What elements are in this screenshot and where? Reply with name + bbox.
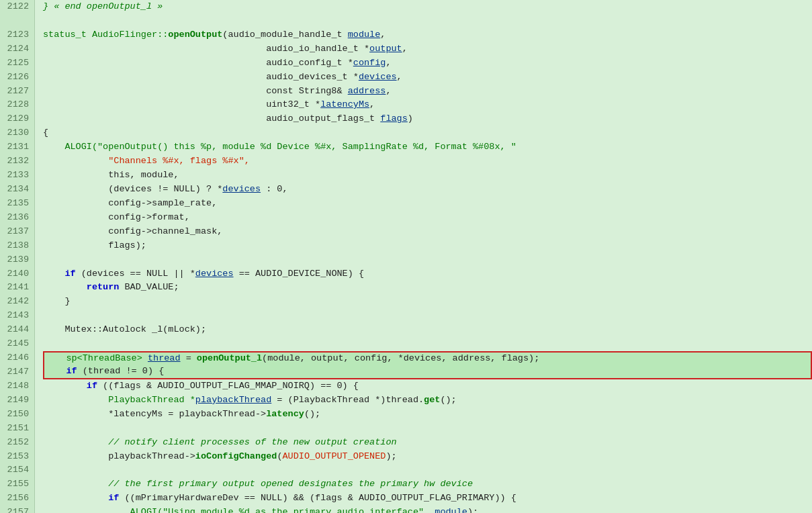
code-token: if bbox=[108, 492, 119, 506]
line-number: 2149 bbox=[5, 393, 29, 408]
code-token: , bbox=[369, 98, 375, 112]
code-line: (devices != NULL) ? *devices : 0, bbox=[43, 183, 812, 197]
line-number: 2152 bbox=[5, 436, 29, 450]
code-token: openOutput_l bbox=[197, 352, 262, 366]
code-token: , bbox=[402, 42, 408, 56]
line-number: 2143 bbox=[5, 309, 29, 323]
code-line bbox=[43, 253, 812, 267]
code-token: config->format, bbox=[43, 211, 190, 225]
code-token: module bbox=[435, 506, 467, 513]
code-line: ALOGI("openOutput() this %p, module %d D… bbox=[43, 140, 812, 154]
code-token: flags bbox=[380, 112, 408, 126]
code-line: } bbox=[43, 295, 812, 309]
code-token: audio_output_flags_t bbox=[43, 112, 380, 126]
code-token: config bbox=[353, 56, 386, 71]
code-line: flags); bbox=[43, 239, 812, 253]
code-token: sp<ThreadBase> bbox=[44, 352, 148, 366]
code-line: sp<ThreadBase> thread = openOutput_l(mod… bbox=[43, 351, 812, 365]
line-number: 2124 bbox=[5, 42, 29, 56]
line-number: 2150 bbox=[5, 408, 29, 422]
code-token: , bbox=[386, 56, 391, 71]
code-token bbox=[44, 365, 66, 379]
code-token: BAD_VALUE; bbox=[119, 281, 179, 295]
code-token: PlaybackThread * bbox=[43, 393, 195, 408]
code-token: thread bbox=[148, 352, 181, 366]
code-token: , bbox=[397, 71, 402, 85]
line-number: 2157 bbox=[5, 506, 29, 513]
code-line: audio_output_flags_t flags) bbox=[43, 112, 812, 126]
code-token bbox=[43, 492, 108, 506]
code-line: audio_devices_t *devices, bbox=[43, 71, 812, 85]
line-number: 2134 bbox=[5, 183, 29, 197]
code-token: config->sample_rate, bbox=[43, 197, 217, 211]
line-number: 2126 bbox=[5, 71, 29, 85]
code-token: output bbox=[369, 42, 402, 56]
code-line: return BAD_VALUE; bbox=[43, 281, 812, 295]
code-token: *latencyMs = playbackThread-> bbox=[43, 408, 266, 422]
code-token: ); bbox=[467, 506, 478, 513]
line-number: 2131 bbox=[5, 140, 29, 154]
code-line: if ((flags & AUDIO_OUTPUT_FLAG_MMAP_NOIR… bbox=[43, 379, 812, 393]
code-token: uint32_t * bbox=[43, 98, 320, 112]
code-line bbox=[43, 422, 812, 436]
line-number bbox=[5, 14, 29, 28]
code-token: audio_config_t * bbox=[43, 56, 353, 71]
line-number: 2154 bbox=[5, 463, 29, 477]
code-container: 2122212321242125212621272128212921302131… bbox=[0, 0, 812, 513]
line-number: 2136 bbox=[5, 211, 29, 225]
code-token: (audio_module_handle_t bbox=[222, 28, 347, 42]
line-number: 2128 bbox=[5, 98, 29, 112]
code-token: = (PlaybackThread *)thread. bbox=[271, 393, 424, 408]
code-token: address bbox=[348, 85, 386, 99]
line-number: 2151 bbox=[5, 422, 29, 436]
line-number: 2130 bbox=[5, 126, 29, 140]
code-token: == AUDIO_DEVICE_NONE) { bbox=[234, 267, 364, 281]
code-token: devices bbox=[222, 183, 261, 197]
line-number: 2147 bbox=[5, 365, 29, 379]
code-token: , bbox=[386, 85, 391, 99]
code-line: // notify client processes of the new ou… bbox=[43, 436, 812, 450]
line-number: 2142 bbox=[5, 295, 29, 309]
code-token: ioConfigChanged bbox=[195, 450, 277, 464]
code-line: ALOGI("Using module %d as the primary au… bbox=[43, 506, 812, 513]
code-line: if ((mPrimaryHardwareDev == NULL) && (fl… bbox=[43, 492, 812, 506]
line-number: 2129 bbox=[5, 112, 29, 126]
code-line: { bbox=[43, 126, 812, 140]
code-line: *latencyMs = playbackThread->latency(); bbox=[43, 408, 812, 422]
code-token: status_t AudioFlinger:: bbox=[43, 28, 168, 42]
line-number: 2156 bbox=[5, 492, 29, 506]
line-number: 2155 bbox=[5, 477, 29, 492]
code-token: return bbox=[87, 281, 120, 295]
line-numbers: 2122212321242125212621272128212921302131… bbox=[0, 0, 35, 513]
code-token: playbackThread-> bbox=[43, 450, 195, 464]
line-number: 2140 bbox=[5, 267, 29, 281]
line-number: 2132 bbox=[5, 154, 29, 169]
code-token: ) bbox=[408, 112, 413, 126]
code-token: ((mPrimaryHardwareDev == NULL) && (flags… bbox=[119, 492, 516, 506]
code-token: config->channel_mask, bbox=[43, 225, 222, 239]
code-token: playbackThread bbox=[195, 393, 271, 408]
code-token bbox=[43, 267, 64, 281]
code-token: const String8& bbox=[43, 85, 348, 99]
code-token: ); bbox=[386, 450, 396, 464]
code-line: Mutex::Autolock _l(mLock); bbox=[43, 323, 812, 337]
code-token: (module, output, config, *devices, addre… bbox=[262, 352, 539, 366]
code-area[interactable]: } « end openOutput_l »status_t AudioFlin… bbox=[35, 0, 812, 513]
code-line: "Channels %#x, flags %#x", bbox=[43, 154, 812, 169]
line-number: 2144 bbox=[5, 323, 29, 337]
code-line bbox=[43, 463, 812, 477]
line-number: 2148 bbox=[5, 379, 29, 393]
code-token: // the first primary output opened desig… bbox=[43, 477, 473, 492]
line-number: 2145 bbox=[5, 337, 29, 351]
line-number: 2139 bbox=[5, 253, 29, 267]
code-line: uint32_t *latencyMs, bbox=[43, 98, 812, 112]
code-token: // notify client processes of the new ou… bbox=[43, 436, 397, 450]
line-number: 2123 bbox=[5, 28, 29, 42]
line-number: 2133 bbox=[5, 169, 29, 183]
code-token: (); bbox=[440, 393, 456, 408]
code-line: if (devices == NULL || *devices == AUDIO… bbox=[43, 267, 812, 281]
code-line: config->sample_rate, bbox=[43, 197, 812, 211]
code-token: "Channels %#x, flags %#x", bbox=[43, 154, 250, 169]
code-token bbox=[43, 379, 87, 393]
code-token: devices bbox=[195, 267, 234, 281]
